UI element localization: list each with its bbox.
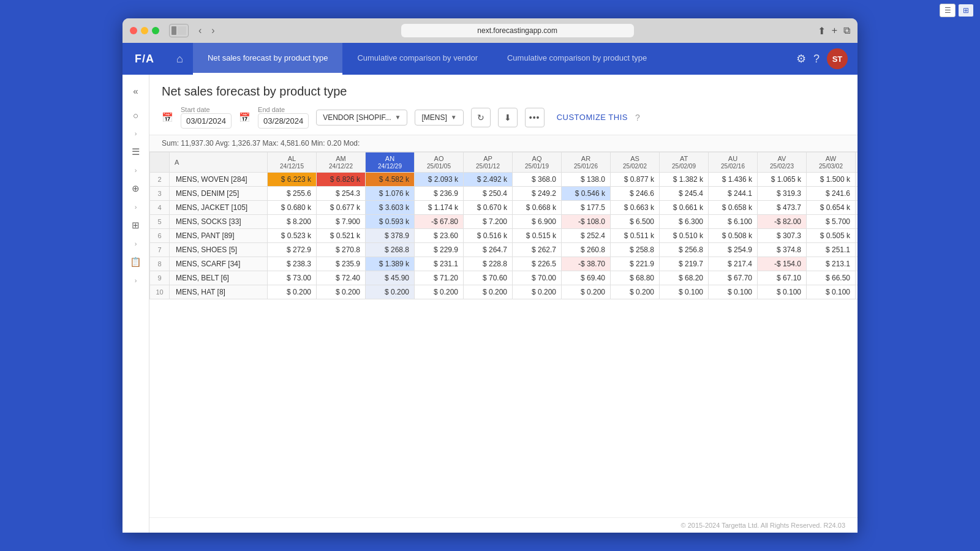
data-cell[interactable]: $ 72.40 [317, 271, 366, 285]
data-cell[interactable]: $ 252.4 [562, 229, 611, 243]
data-cell[interactable]: $ 221.9 [611, 257, 660, 271]
data-cell[interactable]: $ 0.503 k [856, 229, 858, 243]
data-cell[interactable]: $ 0.877 k [611, 173, 660, 187]
data-cell[interactable]: $ 255.6 [268, 187, 317, 201]
data-cell[interactable]: $ 219.7 [660, 257, 709, 271]
data-cell[interactable]: $ 0.200 [611, 285, 660, 299]
data-cell[interactable]: $ 0.200 [464, 285, 513, 299]
col-AP-header[interactable]: AP25/01/12 [464, 152, 513, 173]
data-cell[interactable]: $ 5.500 [856, 215, 858, 229]
col-AR-header[interactable]: AR25/01/26 [562, 152, 611, 173]
data-cell[interactable]: $ 238.3 [268, 257, 317, 271]
data-cell[interactable]: $ 138.0 [562, 173, 611, 187]
data-cell[interactable]: $ 2.492 k [464, 173, 513, 187]
data-cell[interactable]: -$ 82.00 [758, 215, 807, 229]
data-cell[interactable]: $ 73.00 [268, 271, 317, 285]
col-AV-header[interactable]: AV25/02/23 [758, 152, 807, 173]
data-cell[interactable]: $ 0.651 k [856, 201, 858, 215]
nav-back-button[interactable]: ‹ [196, 24, 204, 37]
data-cell[interactable]: $ 236.9 [415, 187, 464, 201]
data-cell[interactable]: $ 0.200 [562, 285, 611, 299]
data-cell[interactable]: $ 0.200 [268, 285, 317, 299]
data-cell[interactable]: $ 68.80 [611, 271, 660, 285]
data-cell[interactable]: $ 0.511 k [611, 229, 660, 243]
data-cell[interactable]: $ 0.661 k [660, 201, 709, 215]
data-cell[interactable]: $ 70.00 [513, 271, 562, 285]
data-cell[interactable]: $ 213.1 [807, 257, 856, 271]
data-cell[interactable]: $ 2.093 k [415, 173, 464, 187]
data-cell[interactable]: $ 256.8 [660, 243, 709, 257]
data-cell[interactable]: $ 69.40 [562, 271, 611, 285]
data-cell[interactable]: $ 0.508 k [709, 229, 758, 243]
data-cell[interactable]: $ 0.523 k [268, 229, 317, 243]
data-cell[interactable]: $ 7.200 [464, 215, 513, 229]
product-filter-dropdown[interactable]: [MENS] ▼ [415, 110, 463, 126]
data-cell[interactable]: $ 264.7 [464, 243, 513, 257]
data-cell[interactable]: $ 0.546 k [562, 187, 611, 201]
data-cell[interactable]: $ 66.50 [807, 271, 856, 285]
product-name-cell[interactable]: MENS, JACKET [105] [170, 201, 268, 215]
data-cell[interactable]: -$ 67.80 [415, 215, 464, 229]
data-cell[interactable]: $ 254.3 [317, 187, 366, 201]
data-cell[interactable]: $ 0.658 k [709, 201, 758, 215]
data-cell[interactable]: $ 0.670 k [464, 201, 513, 215]
data-cell[interactable]: $ 240.4 [856, 187, 858, 201]
data-cell[interactable]: $ 0.100 [807, 285, 856, 299]
data-cell[interactable]: $ 8.200 [268, 215, 317, 229]
data-cell[interactable]: $ 0.200 [366, 285, 415, 299]
data-cell[interactable]: $ 0.100 [758, 285, 807, 299]
sidebar-icon-1[interactable]: ○ [126, 105, 146, 125]
customize-link[interactable]: CUSTOMIZE THIS [557, 113, 628, 122]
col-AQ-header[interactable]: AQ25/01/19 [513, 152, 562, 173]
data-cell[interactable]: $ 177.5 [562, 201, 611, 215]
data-cell[interactable]: $ 70.60 [464, 271, 513, 285]
product-name-cell[interactable]: MENS, HAT [8] [170, 285, 268, 299]
product-name-cell[interactable]: MENS, SCARF [34] [170, 257, 268, 271]
data-cell[interactable]: $ 1.174 k [415, 201, 464, 215]
data-cell[interactable]: $ 307.3 [758, 229, 807, 243]
data-cell[interactable]: $ 0.663 k [611, 201, 660, 215]
col-AL-header[interactable]: AL24/12/15 [268, 152, 317, 173]
refresh-button[interactable]: ↻ [471, 108, 491, 127]
data-cell[interactable]: $ 268.8 [366, 243, 415, 257]
end-date-input[interactable]: 03/28/2024 [258, 113, 309, 129]
data-cell[interactable]: $ 231.1 [415, 257, 464, 271]
tab-cumulative-product[interactable]: Cumulative comparison by product type [492, 43, 662, 75]
product-name-cell[interactable]: MENS, PANT [89] [170, 229, 268, 243]
data-cell[interactable]: $ 229.9 [415, 243, 464, 257]
data-cell[interactable]: $ 0.100 [856, 285, 858, 299]
col-AM-header[interactable]: AM24/12/22 [317, 152, 366, 173]
data-cell[interactable]: -$ 108.0 [562, 215, 611, 229]
col-AO-header[interactable]: AO25/01/05 [415, 152, 464, 173]
data-cell[interactable]: $ 226.5 [513, 257, 562, 271]
data-cell[interactable]: $ 66.00 [856, 271, 858, 285]
sidebar-expand-5[interactable]: › [135, 277, 137, 284]
sidebar-icon-5[interactable]: 📋 [126, 252, 146, 272]
data-cell[interactable]: $ 272.9 [268, 243, 317, 257]
nav-forward-button[interactable]: › [209, 24, 217, 37]
sidebar-collapse-icon[interactable]: « [126, 81, 146, 100]
user-avatar[interactable]: ST [827, 48, 848, 69]
windows-icon[interactable]: ⧉ [843, 25, 850, 37]
data-cell[interactable]: -$ 154.0 [758, 257, 807, 271]
data-cell[interactable]: $ 1.500 k [807, 173, 856, 187]
data-cell[interactable]: $ 6.300 [660, 215, 709, 229]
product-name-cell[interactable]: MENS, SOCKS [33] [170, 215, 268, 229]
data-cell[interactable]: $ 0.516 k [464, 229, 513, 243]
data-cell[interactable]: $ 6.500 [611, 215, 660, 229]
data-cell[interactable]: $ 0.668 k [513, 201, 562, 215]
col-AN-header[interactable]: AN24/12/29 [366, 152, 415, 173]
product-column-header[interactable]: A [170, 152, 268, 173]
close-button[interactable] [130, 27, 137, 34]
sidebar-icon-2[interactable]: ☰ [126, 142, 146, 162]
col-AW-header[interactable]: AW25/03/02 [807, 152, 856, 173]
data-cell[interactable]: $ 1.076 k [366, 187, 415, 201]
data-cell[interactable]: $ 1.436 k [709, 173, 758, 187]
data-cell[interactable]: $ 210.9 [856, 257, 858, 271]
data-cell[interactable]: $ 0.515 k [513, 229, 562, 243]
product-name-cell[interactable]: MENS, WOVEN [284] [170, 173, 268, 187]
data-cell[interactable]: $ 0.510 k [660, 229, 709, 243]
data-cell[interactable]: $ 245.4 [660, 187, 709, 201]
new-tab-icon[interactable]: + [832, 25, 837, 37]
more-options-button[interactable]: ••• [525, 108, 545, 127]
